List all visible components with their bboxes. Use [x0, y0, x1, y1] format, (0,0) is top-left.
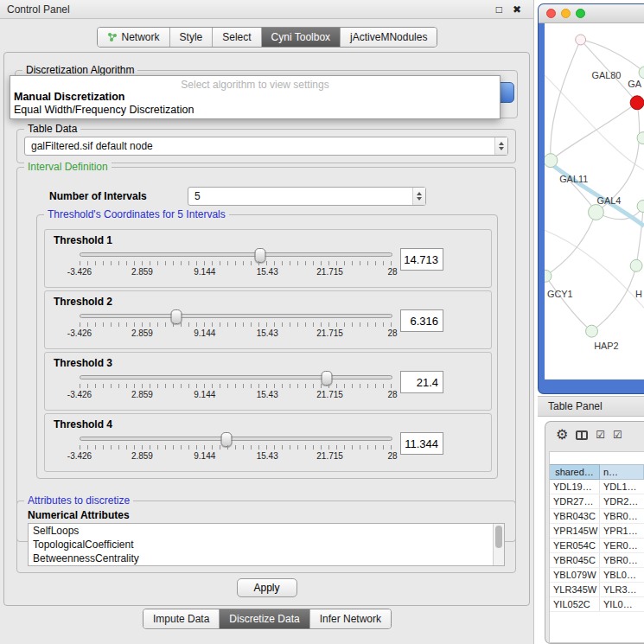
cell-name[interactable]: YDR2… [600, 494, 644, 508]
cell-shared-name[interactable]: YER054C [550, 539, 600, 552]
cell-name[interactable]: YBR0… [600, 553, 644, 567]
cell-shared-name[interactable]: YBR045C [550, 553, 600, 567]
threshold-3-slider[interactable]: -3.426 2.859 9.144 15.43 21.715 28 [80, 373, 392, 401]
threshold-3-label: Threshold 3 [54, 357, 112, 369]
table-row[interactable]: YER054C YER0… [550, 539, 644, 553]
tab-cyni-toolbox[interactable]: Cyni Toolbox [262, 28, 341, 47]
network-canvas[interactable]: GAL80 GA GAL11 GAL4 GCY1 H HAP2 [545, 23, 644, 379]
threshold-2-value-field[interactable]: 6.316 [400, 309, 443, 332]
minimize-traffic-light[interactable] [561, 9, 571, 18]
network-node[interactable] [637, 201, 644, 213]
table-row[interactable]: YLR345W YLR3… [550, 583, 644, 597]
close-traffic-light[interactable] [546, 9, 556, 18]
selected-network-node[interactable] [630, 96, 644, 110]
numerical-attributes-label: Numerical Attributes [28, 509, 130, 521]
threshold-1-slider[interactable]: -3.426 2.859 9.144 15.43 21.715 28 [80, 251, 392, 278]
scale-label: -3.426 [67, 267, 92, 277]
control-panel-titlebar: Control Panel □ ✖ [0, 0, 533, 19]
tab-select-label: Select [222, 31, 251, 43]
scale-label: 28 [387, 451, 397, 461]
numerical-attributes-list[interactable]: SelfLoops TopologicalCoefficient Between… [28, 523, 505, 566]
tab-impute-data[interactable]: Impute Data [143, 609, 220, 628]
tab-discretize-label: Discretize Data [229, 613, 299, 625]
threshold-3-value-field[interactable]: 21.4 [400, 371, 443, 393]
network-node[interactable] [637, 132, 644, 144]
table-data-value: galFiltered.sif default node [25, 137, 494, 155]
threshold-1-label: Threshold 1 [54, 234, 112, 246]
zoom-traffic-light[interactable] [576, 9, 585, 18]
cell-name[interactable]: YDL1… [600, 480, 644, 494]
cell-shared-name[interactable]: YBR043C [550, 509, 600, 523]
slider-track[interactable] [80, 252, 392, 257]
column-header-name[interactable]: n… [600, 464, 644, 480]
cell-name[interactable]: YER0… [600, 539, 644, 552]
cell-name[interactable]: YIL0… [600, 597, 644, 611]
table-row[interactable]: YDL19… YDL1… [550, 480, 644, 494]
threshold-3-panel: Threshold 3 -3.426 2.859 9.144 15.43 21.… [44, 352, 492, 411]
cell-shared-name[interactable]: YDL19… [550, 480, 600, 494]
tab-style[interactable]: Style [170, 28, 214, 47]
network-node[interactable] [630, 259, 642, 271]
slider-scale: -3.426 2.859 9.144 15.43 21.715 28 [80, 390, 392, 400]
cell-name[interactable]: YBR0… [600, 509, 644, 523]
tab-cyni-label: Cyni Toolbox [271, 31, 330, 43]
tab-discretize-data[interactable]: Discretize Data [220, 609, 309, 628]
table-data-combobox[interactable]: galFiltered.sif default node [24, 137, 508, 156]
cell-shared-name[interactable]: YLR345W [550, 583, 600, 596]
table-row[interactable]: YBL079W YBL0… [550, 568, 644, 583]
table-row[interactable]: YIL052C YIL0… [550, 597, 644, 612]
close-window-button[interactable]: ✖ [513, 3, 521, 16]
column-header-shared-name[interactable]: shared… [550, 464, 600, 480]
slider-track[interactable] [80, 314, 392, 318]
scrollbar-thumb[interactable] [495, 526, 502, 548]
cell-shared-name[interactable]: YIL052C [550, 597, 600, 611]
scale-label: 9.144 [194, 267, 215, 277]
table-row[interactable]: YDR27… YDR2… [550, 494, 644, 509]
select-all-checkbox-icon[interactable]: ☑ [596, 430, 605, 440]
cell-shared-name[interactable]: YDR27… [550, 494, 600, 508]
cell-name[interactable]: YLR3… [600, 583, 644, 596]
cell-name[interactable]: YPR1… [600, 524, 644, 538]
network-node[interactable] [545, 154, 558, 168]
slider-ticks [80, 445, 392, 450]
number-of-intervals-combobox[interactable]: 5 [188, 187, 426, 206]
list-item[interactable]: BetweennessCentrality [29, 552, 504, 565]
scale-label: 9.144 [194, 451, 215, 461]
table-row[interactable]: YBR045C YBR0… [550, 553, 644, 568]
network-node[interactable] [545, 270, 552, 282]
slider-track[interactable] [80, 437, 392, 441]
network-node[interactable] [576, 35, 586, 45]
algorithm-option-equal-width[interactable]: Equal Width/Frequency Discretization [10, 103, 500, 116]
slider-track[interactable] [80, 375, 392, 379]
select-none-checkbox-icon[interactable]: ☑ [613, 430, 622, 440]
cell-shared-name[interactable]: YBL079W [550, 568, 600, 582]
table-row[interactable]: YPR145W YPR1… [550, 524, 644, 539]
algorithm-option-manual[interactable]: Manual Discretization [10, 90, 500, 103]
tab-network[interactable]: Network [98, 28, 170, 47]
list-item[interactable]: SelfLoops [29, 524, 504, 538]
list-item[interactable]: TopologicalCoefficient [29, 538, 504, 552]
tab-jactivemodules[interactable]: jActiveMNodules [341, 28, 437, 47]
control-panel-window: Control Panel □ ✖ Network Style Select C… [0, 0, 534, 644]
cell-name[interactable]: YBL0… [600, 568, 644, 582]
cell-shared-name[interactable]: YPR145W [550, 524, 600, 538]
tab-select[interactable]: Select [213, 28, 261, 47]
slider-ticks [80, 322, 392, 327]
apply-button[interactable]: Apply [237, 578, 297, 597]
gear-icon[interactable]: ⚙ [556, 428, 568, 442]
float-window-button[interactable]: □ [496, 3, 502, 16]
columns-icon[interactable] [576, 430, 588, 440]
network-node[interactable] [586, 325, 598, 337]
threshold-4-slider[interactable]: -3.426 2.859 9.144 15.43 21.715 28 [80, 435, 392, 462]
tab-infer-network[interactable]: Infer Network [310, 609, 391, 628]
scale-label: -3.426 [67, 390, 92, 399]
network-edge [545, 212, 596, 276]
threshold-4-value-field[interactable]: 11.344 [400, 432, 443, 455]
slider-scale: -3.426 2.859 9.144 15.43 21.715 28 [80, 451, 392, 462]
network-node[interactable] [589, 204, 604, 220]
table-row[interactable]: YBR043C YBR0… [550, 509, 644, 524]
scale-label: 21.715 [316, 390, 343, 399]
list-scrollbar[interactable] [493, 524, 504, 565]
threshold-1-value-field[interactable]: 14.713 [400, 248, 443, 271]
threshold-2-slider[interactable]: -3.426 2.859 9.144 15.43 21.715 28 [80, 312, 392, 340]
